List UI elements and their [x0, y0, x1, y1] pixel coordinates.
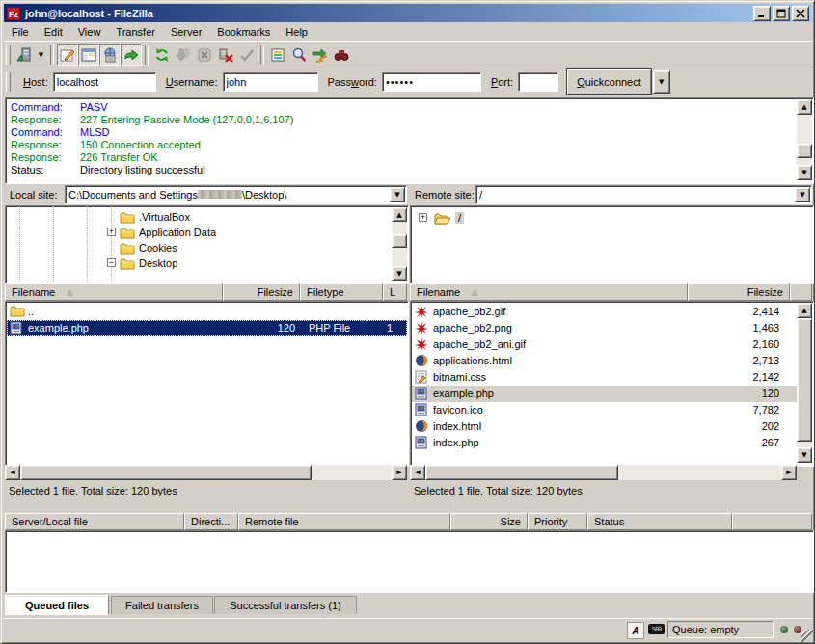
- tree-item-application-data[interactable]: Application Data: [120, 225, 216, 240]
- column-header-priority[interactable]: Priority: [528, 513, 587, 530]
- column-header-server-local-file[interactable]: Server/Local file: [5, 513, 184, 530]
- file-size: 267: [762, 437, 779, 448]
- column-header-lastmodified[interactable]: L: [383, 283, 407, 301]
- column-header-status[interactable]: Status: [587, 513, 732, 530]
- column-header-filename[interactable]: Filename▲: [410, 283, 688, 301]
- local-list-hscrollbar[interactable]: ◄ ►: [5, 465, 407, 480]
- cancel-operation-button[interactable]: [194, 44, 215, 66]
- synchronized-browsing-button[interactable]: [310, 44, 331, 66]
- scroll-thumb[interactable]: [797, 144, 812, 158]
- scroll-up-button[interactable]: ▲: [392, 207, 407, 222]
- toolbar-gripper[interactable]: [6, 45, 11, 65]
- menu-view[interactable]: View: [70, 23, 109, 40]
- local-site-combobox[interactable]: C:\Documents and Settings\Desktop\ ▼: [65, 185, 407, 204]
- toggle-local-tree-button[interactable]: [78, 44, 99, 66]
- scroll-up-button[interactable]: ▲: [797, 303, 812, 318]
- list-item[interactable]: bitnami.css 2,142: [412, 369, 797, 386]
- scroll-thumb[interactable]: [425, 465, 618, 480]
- list-item[interactable]: index.php 267: [412, 435, 797, 451]
- tree-item-cookies[interactable]: Cookies: [120, 240, 177, 255]
- reconnect-button[interactable]: [236, 44, 258, 66]
- menu-help[interactable]: Help: [278, 23, 315, 40]
- close-button[interactable]: [792, 6, 809, 21]
- column-header-direction[interactable]: Directi...: [184, 513, 238, 530]
- list-item-parent-dir[interactable]: ..: [7, 304, 405, 320]
- list-item[interactable]: favicon.ico 7,782: [412, 402, 797, 418]
- refresh-button[interactable]: [151, 44, 173, 66]
- column-header-filename[interactable]: Filename▲: [5, 283, 223, 301]
- scroll-right-button[interactable]: ►: [392, 465, 407, 480]
- column-header-remote-file[interactable]: Remote file: [238, 513, 450, 530]
- log-scrollbar[interactable]: ▲ ▼: [797, 99, 812, 180]
- column-header-filesize[interactable]: Filesize: [223, 283, 300, 301]
- scroll-left-button[interactable]: ◄: [410, 465, 425, 480]
- transfer-type-indicator-icon[interactable]: A: [627, 622, 644, 639]
- title-bar[interactable]: Fz john@localhost - FileZilla: [4, 4, 812, 22]
- tree-item-root[interactable]: /: [434, 210, 464, 226]
- remote-list-hscrollbar[interactable]: ◄ ►: [410, 465, 797, 480]
- list-item[interactable]: apache_pb2.png 1,463: [412, 320, 797, 336]
- column-header-filetype[interactable]: Filetype: [300, 283, 383, 301]
- host-input[interactable]: [53, 72, 156, 92]
- toggle-remote-tree-button[interactable]: [99, 44, 121, 66]
- scroll-down-button[interactable]: ▼: [797, 165, 812, 180]
- local-site-dropdown-arrow[interactable]: ▼: [390, 187, 405, 202]
- tab-successful-transfers[interactable]: Successful transfers (1): [214, 596, 357, 614]
- remote-site-combobox[interactable]: / ▼: [475, 185, 812, 204]
- toggle-queue-button[interactable]: [121, 44, 142, 66]
- menu-transfer[interactable]: Transfer: [108, 23, 163, 40]
- scroll-thumb[interactable]: [392, 234, 407, 248]
- list-item-example-php[interactable]: example.php 120 PHP File 1: [7, 320, 407, 336]
- remote-site-dropdown-arrow[interactable]: ▼: [795, 187, 810, 202]
- tab-queued-files[interactable]: Queued files: [5, 595, 109, 615]
- scroll-thumb[interactable]: [20, 465, 312, 480]
- list-item-selected[interactable]: example.php 120: [412, 386, 797, 402]
- queue-list[interactable]: [5, 530, 814, 593]
- scroll-thumb[interactable]: [797, 318, 812, 442]
- app-icon[interactable]: Fz: [7, 7, 20, 20]
- column-header-size[interactable]: Size: [450, 513, 528, 530]
- quickconnect-dropdown[interactable]: ▼: [653, 70, 670, 94]
- tree-expander[interactable]: −: [107, 258, 116, 267]
- tree-item-desktop[interactable]: Desktop: [120, 255, 177, 271]
- minimize-button[interactable]: [753, 6, 771, 21]
- tree-item-virtualbox[interactable]: .VirtualBox: [120, 209, 190, 225]
- scroll-down-button[interactable]: ▼: [797, 447, 812, 463]
- list-item[interactable]: applications.html 2,713: [412, 353, 797, 369]
- tree-expander[interactable]: +: [419, 213, 427, 222]
- menu-server[interactable]: Server: [163, 23, 209, 40]
- toggle-message-log-button[interactable]: [57, 44, 78, 66]
- process-queue-button[interactable]: [173, 44, 194, 66]
- list-item[interactable]: apache_pb2.gif 2,414: [412, 304, 797, 320]
- folder-icon: [120, 211, 135, 224]
- list-item[interactable]: apache_pb2_ani.gif 2,160: [412, 336, 797, 353]
- local-tree-scrollbar[interactable]: ▲ ▼: [392, 207, 407, 281]
- scroll-down-button[interactable]: ▼: [392, 266, 407, 281]
- scroll-left-button[interactable]: ◄: [5, 465, 20, 480]
- disconnect-button[interactable]: [215, 44, 236, 66]
- menu-file[interactable]: File: [4, 23, 37, 40]
- quickconnect-button[interactable]: Quickconnect: [566, 68, 652, 95]
- username-input[interactable]: [223, 72, 318, 92]
- find-files-button[interactable]: [331, 44, 352, 66]
- list-item[interactable]: index.html 202: [412, 418, 797, 435]
- quickbar-gripper[interactable]: [6, 72, 11, 92]
- speed-limits-icon[interactable]: 560: [648, 624, 665, 634]
- site-manager-button[interactable]: [14, 44, 35, 66]
- password-label: Password:: [328, 76, 377, 88]
- column-header-filesize[interactable]: Filesize: [688, 283, 790, 301]
- maximize-button[interactable]: [773, 6, 790, 21]
- port-input[interactable]: [518, 72, 558, 92]
- tree-expander[interactable]: +: [107, 228, 116, 236]
- tab-failed-transfers[interactable]: Failed transfers: [111, 596, 213, 614]
- resize-grip[interactable]: [801, 630, 813, 642]
- menu-edit[interactable]: Edit: [37, 23, 70, 40]
- password-input[interactable]: [382, 72, 481, 92]
- scroll-right-button[interactable]: ►: [781, 465, 797, 480]
- site-manager-dropdown[interactable]: ▼: [35, 44, 47, 66]
- remote-list-scrollbar[interactable]: ▲ ▼: [797, 303, 812, 463]
- directory-comparison-button[interactable]: [288, 44, 310, 66]
- menu-bookmarks[interactable]: Bookmarks: [209, 23, 278, 40]
- scroll-up-button[interactable]: ▲: [797, 99, 812, 115]
- directory-filters-button[interactable]: [267, 44, 288, 66]
